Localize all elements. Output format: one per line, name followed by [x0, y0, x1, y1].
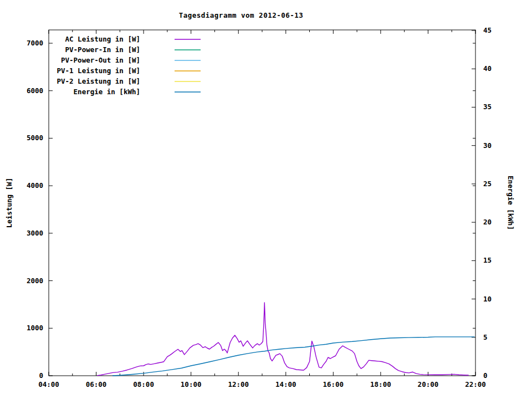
legend-item-label: Energie in [kWh]	[74, 88, 140, 96]
plot-area: 04:0006:0008:0010:0012:0014:0016:0018:00…	[0, 0, 532, 399]
y2-tick-label: 40	[483, 64, 492, 73]
legend-item-label: PV-Power-In in [W]	[65, 45, 140, 54]
x-tick-label: 22:00	[465, 380, 486, 388]
x-tick-label: 20:00	[418, 380, 439, 388]
y-tick-label: 4000	[27, 181, 43, 190]
legend-item-label: PV-2 Leistung in [W]	[57, 77, 140, 85]
y-tick-label: 6000	[27, 86, 43, 95]
y-tick-label: 5000	[27, 134, 43, 142]
series-energie-in-kwh	[113, 337, 474, 376]
y2-tick-label: 10	[483, 295, 492, 303]
x-tick-label: 16:00	[323, 380, 344, 388]
y-tick-label: 1000	[27, 324, 43, 332]
y-tick-label: 7000	[27, 39, 43, 47]
y2-tick-label: 25	[483, 180, 492, 188]
legend-item-label: PV-1 Leistung in [W]	[57, 66, 140, 75]
series-ac-leistung-in-w	[98, 303, 469, 376]
y-tick-label: 3000	[27, 229, 43, 237]
y2-tick-label: 30	[483, 141, 492, 150]
x-tick-label: 10:00	[181, 380, 202, 388]
y2-tick-label: 20	[483, 218, 492, 226]
x-tick-label: 06:00	[86, 380, 107, 388]
x-tick-label: 12:00	[228, 380, 249, 388]
daily-pv-chart: Tagesdiagramm vom 2012-06-13 Leistung [W…	[0, 0, 532, 399]
x-tick-label: 04:00	[38, 380, 59, 388]
x-tick-label: 18:00	[370, 380, 391, 388]
legend-item-label: AC Leistung in [W]	[65, 35, 140, 43]
legend-item-label: PV-Power-Out in [W]	[61, 56, 140, 64]
y2-tick-label: 15	[483, 256, 492, 264]
y2-tick-label: 45	[483, 26, 492, 34]
y2-tick-label: 35	[483, 103, 492, 111]
y-tick-label: 0	[39, 371, 43, 380]
x-tick-label: 08:00	[133, 380, 154, 388]
y-tick-label: 2000	[27, 277, 43, 285]
y2-tick-label: 5	[483, 333, 488, 341]
x-tick-label: 14:00	[275, 380, 296, 388]
y2-tick-label: 0	[483, 371, 488, 380]
